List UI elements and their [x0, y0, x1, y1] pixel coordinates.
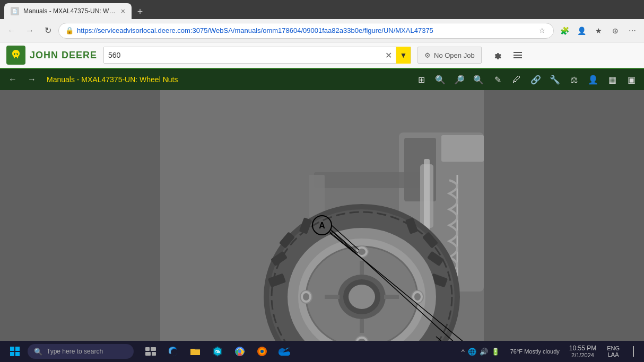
profile-button[interactable]: 👤 — [574, 23, 589, 38]
bookmark-icon[interactable]: ☆ — [537, 26, 547, 36]
svg-rect-61 — [15, 352, 20, 356]
favorites-button[interactable]: ★ — [591, 23, 606, 38]
figure-container: A A A — [160, 90, 484, 341]
tray-battery[interactable]: 🔋 — [491, 348, 500, 356]
svg-point-70 — [238, 350, 241, 353]
tray-volume[interactable]: 🔊 — [480, 348, 488, 356]
zoom-out-button[interactable]: 🔍 — [470, 71, 487, 88]
no-open-job-button[interactable]: ⚙ No Open Job — [417, 47, 482, 64]
svg-point-39 — [414, 293, 421, 301]
windows-start-button[interactable] — [4, 342, 25, 361]
svg-rect-9 — [309, 175, 325, 217]
pen-tool-button[interactable]: ✎ — [489, 71, 506, 88]
toolbar-right: ⊞ 🔍 🔎 🔍 ✎ 🖊 🔗 🔧 ⚖ 👤 ▦ ▣ — [413, 71, 640, 88]
john-deere-logo: JOHN DEERE — [6, 46, 97, 65]
svg-rect-62 — [145, 347, 150, 351]
svg-rect-63 — [151, 347, 156, 351]
browser-menu-button[interactable]: ⋯ — [625, 23, 640, 38]
wheel-diagram: A A A — [160, 90, 484, 341]
deer-icon — [6, 46, 25, 65]
svg-point-73 — [260, 350, 264, 353]
svg-rect-11 — [424, 159, 430, 233]
columns-button[interactable]: ▦ — [604, 71, 621, 88]
page-title: Manuals - MXAL47375-UN: Wheel Nuts — [42, 75, 411, 84]
address-bar[interactable]: 🔒 https://serviceadvisorlocal.deere.com:… — [58, 23, 554, 39]
taskbar-search-text: Type here to search — [47, 348, 103, 355]
show-desktop-button[interactable] — [627, 342, 640, 361]
toolbar: ← → Manuals - MXAL47375-UN: Wheel Nuts ⊞… — [0, 69, 644, 90]
svg-rect-8 — [314, 172, 420, 188]
svg-rect-64 — [145, 352, 151, 356]
job-icon: ⚙ — [424, 51, 431, 59]
back-button[interactable]: ← — [4, 23, 19, 38]
clock-display[interactable]: 10:55 PM 2/1/2024 — [566, 345, 599, 358]
zoom-in-button[interactable]: 🔎 — [451, 71, 468, 88]
taskbar: 🔍 Type here to search — [0, 341, 644, 362]
refresh-button[interactable]: ↻ — [40, 23, 55, 38]
toolbar-back-button[interactable]: ← — [4, 71, 21, 88]
forward-button[interactable]: → — [22, 23, 37, 38]
svg-rect-1 — [514, 55, 522, 56]
svg-rect-6 — [441, 135, 484, 162]
settings-button[interactable] — [488, 47, 505, 64]
active-tab[interactable]: 📄 Manuals - MXAL47375-UN: Whe... × — [4, 3, 132, 19]
svg-rect-0 — [514, 52, 522, 53]
collections-button[interactable]: ⊕ — [608, 23, 623, 38]
svg-point-33 — [358, 249, 365, 255]
task-view-button[interactable] — [140, 342, 161, 361]
taskbar-search-box[interactable]: 🔍 Type here to search — [28, 344, 134, 359]
svg-point-31 — [349, 285, 375, 309]
tray-show-hidden[interactable]: ^ — [462, 348, 465, 356]
panel-button[interactable]: ▣ — [623, 71, 640, 88]
svg-text:A: A — [319, 221, 325, 230]
app-header: JOHN DEERE ✕ ▼ ⚙ No Open Job — [0, 42, 644, 69]
compare-button[interactable]: ⚖ — [565, 71, 582, 88]
portrait-button[interactable]: 👤 — [585, 71, 602, 88]
extensions-button[interactable]: 🧩 — [557, 23, 572, 38]
grid-view-button[interactable]: ⊞ — [413, 71, 430, 88]
store-button[interactable]: 🛍 — [207, 342, 228, 361]
tools-button[interactable]: 🔧 — [546, 71, 563, 88]
search-button[interactable]: 🔍 — [432, 71, 449, 88]
svg-rect-60 — [10, 352, 14, 356]
svg-rect-66 — [190, 349, 200, 355]
svg-point-37 — [303, 293, 309, 301]
svg-rect-58 — [10, 347, 14, 351]
link-button[interactable]: 🔗 — [527, 71, 544, 88]
header-right — [488, 47, 526, 64]
browser-actions: 🧩 👤 ★ ⊕ ⋯ — [557, 23, 640, 38]
figure-image: A A A — [160, 90, 484, 341]
edge-button[interactable] — [162, 342, 184, 361]
menu-button[interactable] — [509, 47, 526, 64]
tab-favicon: 📄 — [11, 7, 19, 15]
weather-display[interactable]: 76°F Mostly cloudy — [510, 348, 560, 355]
svg-rect-65 — [152, 352, 156, 356]
taskbar-apps: 🛍 — [136, 342, 299, 361]
firefox-button[interactable] — [251, 342, 273, 361]
system-tray: ^ 🌐 🔊 🔋 — [457, 348, 504, 356]
address-text: https://serviceadvisorlocal.deere.com:30… — [77, 27, 534, 34]
svg-text:🛍: 🛍 — [215, 349, 220, 354]
draw-button[interactable]: 🖊 — [508, 71, 525, 88]
search-clear-button[interactable]: ✕ — [381, 48, 396, 63]
tab-bar: 📄 Manuals - MXAL47375-UN: Whe... × + — [0, 0, 644, 19]
nav-bar: ← → ↻ 🔒 https://serviceadvisorlocal.deer… — [0, 19, 644, 42]
svg-rect-2 — [514, 57, 522, 58]
new-tab-button[interactable]: + — [133, 4, 147, 19]
logo-text: JOHN DEERE — [30, 50, 97, 61]
taskbar-search-icon: 🔍 — [34, 348, 42, 356]
search-box: ✕ ▼ — [103, 47, 411, 64]
search-dropdown-button[interactable]: ▼ — [396, 47, 411, 64]
tab-close-button[interactable]: × — [121, 7, 125, 15]
chrome-button[interactable] — [229, 342, 250, 361]
tray-network[interactable]: 🌐 — [468, 348, 476, 356]
file-explorer-button[interactable] — [185, 342, 206, 361]
main-content: A A A — [0, 90, 644, 341]
tab-title: Manuals - MXAL47375-UN: Whe... — [23, 7, 117, 15]
language-indicator[interactable]: ENG LAA — [604, 345, 623, 358]
search-input[interactable] — [104, 47, 381, 63]
toolbar-forward-button[interactable]: → — [23, 71, 40, 88]
taskbar-right: ^ 🌐 🔊 🔋 76°F Mostly cloudy 10:55 PM 2/1/… — [457, 342, 640, 361]
onedrive-button[interactable] — [274, 342, 295, 361]
svg-rect-59 — [15, 347, 20, 351]
